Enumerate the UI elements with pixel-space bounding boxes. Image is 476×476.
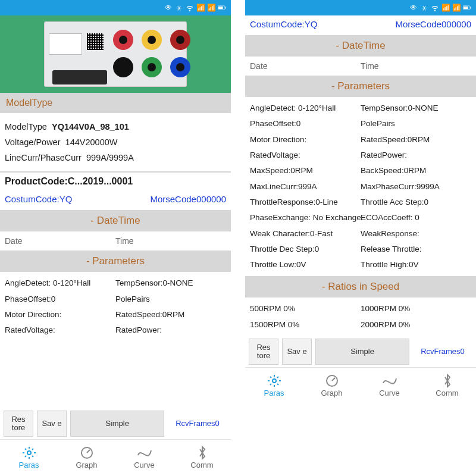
action-bar: Res tore Sav e Simple RcvFrames0 bbox=[245, 336, 476, 367]
svg-rect-2 bbox=[225, 7, 226, 8]
nav-paras[interactable]: Paras bbox=[0, 440, 58, 476]
nav-graph[interactable]: Graph bbox=[58, 440, 115, 476]
custom-code: CostumCode:YQ bbox=[5, 194, 72, 204]
param-cell: 500RPM 0% bbox=[250, 301, 361, 317]
restore-button[interactable]: Res tore bbox=[249, 339, 278, 365]
param-cell: Throttle Dec Step:0 bbox=[250, 242, 361, 257]
param-row: MaxSpeed:0RPMBackSpeed:0RPM bbox=[250, 163, 471, 178]
nav-curve[interactable]: Curve bbox=[361, 368, 418, 404]
simple-button[interactable]: Simple bbox=[315, 339, 409, 365]
param-cell: 1500RPM 0% bbox=[250, 317, 361, 333]
gear-icon bbox=[21, 446, 37, 459]
rcv-frames: RcvFrames0 bbox=[168, 411, 227, 437]
bluetooth-nav-icon bbox=[194, 446, 211, 459]
parameters-list[interactable]: AngleDetect: 0-120°HallTempSensor:0-NONE… bbox=[0, 272, 231, 408]
param-cell: PhaseOffset:0 bbox=[250, 116, 361, 131]
section-parameters[interactable]: - Parameters bbox=[245, 76, 476, 97]
param-cell: PolePairs bbox=[361, 116, 471, 131]
param-row: 500RPM 0%1000RPM 0% bbox=[250, 301, 471, 317]
param-cell: RatedVoltage: bbox=[250, 148, 361, 163]
section-datetime[interactable]: - DateTime bbox=[245, 35, 476, 57]
curve-icon bbox=[136, 446, 153, 459]
param-row: AngleDetect: 0-120°HallTempSensor:0-NONE bbox=[250, 101, 471, 116]
param-cell: RatedSpeed:0RPM bbox=[361, 132, 471, 148]
nav-comm[interactable]: Comm bbox=[173, 440, 231, 476]
param-cell: AngleDetect: 0-120°Hall bbox=[5, 275, 115, 291]
phone-left: 👁 ⚹ 📶 📶 ModelType ModelType YQ144V0A_98_… bbox=[0, 0, 231, 476]
param-cell: MaxLineCurr:999A bbox=[250, 179, 361, 195]
param-cell: Motor Direction: bbox=[250, 132, 361, 148]
signal-icon: 📶 bbox=[196, 4, 205, 12]
param-row: Weak Character:0-FastWeakResponse: bbox=[250, 226, 471, 242]
phone-right: 👁 ⚹ 📶 📶 CostumCode:YQ MorseCode000000 - … bbox=[245, 0, 476, 476]
param-cell: PolePairs bbox=[115, 292, 226, 307]
param-cell: BackSpeed:0RPM bbox=[361, 163, 471, 178]
wifi-icon bbox=[431, 4, 439, 12]
save-button[interactable]: Sav e bbox=[282, 339, 312, 365]
param-row: Motor Direction:RatedSpeed:0RPM bbox=[5, 307, 226, 322]
section-ratios[interactable]: - Ratios in Speed bbox=[245, 276, 476, 298]
param-cell: 1000RPM 0% bbox=[361, 301, 471, 317]
time-label: Time bbox=[361, 61, 471, 71]
signal-icon: 📶 bbox=[441, 4, 450, 12]
product-image bbox=[0, 15, 231, 93]
codes-row: CostumCode:YQ MorseCode000000 bbox=[245, 15, 476, 35]
datetime-row: Date Time bbox=[0, 231, 231, 250]
param-cell: RatedVoltage: bbox=[5, 322, 115, 338]
param-cell: AngleDetect: 0-120°Hall bbox=[250, 101, 361, 116]
svg-point-3 bbox=[27, 451, 31, 455]
bluetooth-nav-icon bbox=[439, 374, 456, 387]
parameters-list[interactable]: AngleDetect: 0-120°HallTempSensor:0-NONE… bbox=[245, 97, 476, 276]
bluetooth-icon: ⚹ bbox=[420, 4, 428, 12]
param-cell: ThrottleResponse:0-Line bbox=[250, 195, 361, 210]
date-label: Date bbox=[250, 61, 361, 71]
param-cell: 2000RPM 0% bbox=[361, 317, 471, 333]
param-row: 1500RPM 0%2000RPM 0% bbox=[250, 317, 471, 333]
param-row: PhaseOffset:0PolePairs bbox=[250, 116, 471, 131]
param-row: Throttle Low:0VThrottle High:0V bbox=[250, 257, 471, 273]
param-cell: TempSensor:0-NONE bbox=[361, 101, 471, 116]
param-cell: MaxPhaseCurr:9999A bbox=[361, 179, 471, 195]
param-row: PhaseExchange: No ExchangeECOAccCoeff: 0 bbox=[250, 210, 471, 226]
eye-icon: 👁 bbox=[164, 4, 173, 12]
param-cell: Release Throttle: bbox=[361, 242, 471, 257]
morse-code: MorseCode000000 bbox=[395, 19, 471, 29]
time-label: Time bbox=[115, 236, 226, 246]
param-cell: Throttle Acc Step:0 bbox=[361, 195, 471, 210]
param-cell: RatedSpeed:0RPM bbox=[115, 307, 226, 322]
bottom-nav: Paras Graph Curve Comm bbox=[0, 439, 231, 476]
param-row: MaxLineCurr:999AMaxPhaseCurr:9999A bbox=[250, 179, 471, 195]
param-cell: Throttle Low:0V bbox=[250, 257, 361, 273]
ratios-list: 500RPM 0%1000RPM 0%1500RPM 0%2000RPM 0% bbox=[245, 298, 476, 336]
wifi-icon bbox=[186, 4, 194, 12]
product-code: ProductCode:C...2019...0001 bbox=[0, 176, 231, 190]
param-cell: TempSensor:0-NONE bbox=[115, 275, 226, 291]
param-row: Throttle Dec Step:0Release Throttle: bbox=[250, 242, 471, 257]
param-cell: PhaseOffset:0 bbox=[5, 292, 115, 307]
restore-button[interactable]: Res tore bbox=[4, 411, 33, 437]
nav-graph[interactable]: Graph bbox=[303, 368, 361, 404]
save-button[interactable]: Sav e bbox=[37, 411, 67, 437]
nav-curve[interactable]: Curve bbox=[115, 440, 173, 476]
param-row: AngleDetect: 0-120°HallTempSensor:0-NONE bbox=[5, 275, 226, 291]
nav-comm[interactable]: Comm bbox=[418, 368, 476, 404]
param-cell: RatedPower: bbox=[115, 322, 226, 338]
section-datetime[interactable]: - DateTime bbox=[0, 210, 231, 231]
battery-icon bbox=[463, 4, 471, 12]
nav-paras[interactable]: Paras bbox=[245, 368, 303, 404]
param-cell: WeakResponse: bbox=[361, 226, 471, 242]
param-row: RatedVoltage:RatedPower: bbox=[250, 148, 471, 163]
datetime-row: Date Time bbox=[245, 57, 476, 76]
param-row: RatedVoltage:RatedPower: bbox=[5, 322, 226, 338]
gauge-icon bbox=[324, 374, 340, 387]
simple-button[interactable]: Simple bbox=[70, 411, 164, 437]
morse-code: MorseCode000000 bbox=[150, 194, 226, 204]
section-parameters[interactable]: - Parameters bbox=[0, 250, 231, 272]
custom-code: CostumCode:YQ bbox=[250, 19, 317, 29]
eye-icon: 👁 bbox=[409, 4, 418, 12]
svg-point-8 bbox=[273, 379, 276, 383]
bottom-nav: Paras Graph Curve Comm bbox=[245, 367, 476, 404]
curve-icon bbox=[381, 374, 398, 387]
param-cell: MaxSpeed:0RPM bbox=[250, 163, 361, 178]
gear-icon bbox=[266, 374, 283, 387]
